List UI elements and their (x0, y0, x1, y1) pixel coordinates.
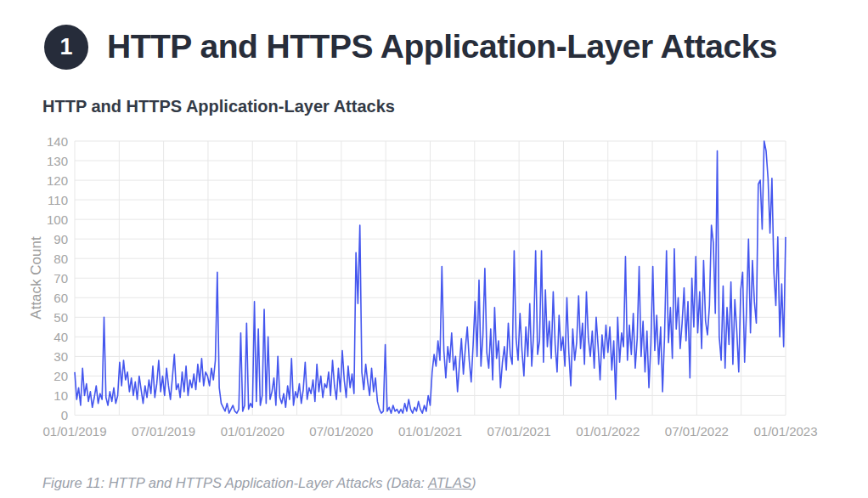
y-tick-label: 100 (29, 213, 68, 226)
x-tick-label: 01/01/2023 (739, 425, 832, 439)
caption-text: Figure 11: HTTP and HTTPS Application-La… (42, 475, 428, 490)
atlas-link[interactable]: ATLAS (428, 475, 471, 490)
y-tick-label: 70 (29, 272, 68, 285)
y-tick-label: 40 (29, 331, 68, 343)
y-tick-label: 60 (29, 291, 68, 304)
x-tick-label: 01/01/2021 (384, 425, 477, 439)
figure-caption: Figure 11: HTTP and HTTPS Application-La… (42, 475, 476, 491)
y-tick-label: 10 (29, 389, 68, 402)
report-page: { "page": { "section_number": "1", "titl… (0, 0, 868, 498)
y-tick-label: 130 (29, 155, 68, 167)
y-tick-label: 20 (29, 370, 68, 382)
caption-suffix: ) (471, 475, 476, 490)
x-tick-label: 07/01/2019 (117, 425, 211, 439)
y-tick-label: 140 (29, 135, 68, 148)
y-tick-label: 0 (29, 409, 68, 422)
y-tick-label: 90 (29, 233, 68, 246)
y-tick-label: 50 (29, 311, 68, 324)
y-tick-label: 80 (29, 252, 68, 265)
x-tick-label: 01/01/2019 (28, 425, 121, 439)
x-tick-label: 07/01/2020 (295, 425, 388, 439)
x-tick-label: 01/01/2022 (561, 425, 655, 439)
y-tick-label: 120 (29, 174, 68, 187)
y-tick-label: 110 (29, 194, 68, 207)
x-tick-label: 07/01/2021 (472, 425, 566, 439)
x-tick-label: 07/01/2022 (650, 425, 743, 439)
x-tick-label: 01/01/2020 (206, 425, 299, 439)
y-tick-label: 30 (29, 350, 68, 363)
